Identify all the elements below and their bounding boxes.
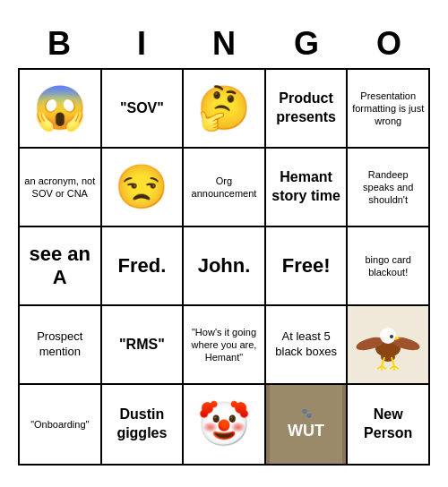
cell-r2c4: Hemant story time <box>266 149 349 227</box>
cell-r3c5: bingo card blackout! <box>348 227 430 306</box>
letter-g: G <box>265 21 348 66</box>
cell-r4c2: "RMS" <box>102 306 185 385</box>
rms-label: "RMS" <box>119 336 165 355</box>
cell-r3c3: John. <box>184 227 266 306</box>
acronym-label: an acronym, not SOV or CNA <box>23 175 97 201</box>
cell-r3c1: see an A <box>20 227 102 306</box>
presentation-label: Presentation formatting is just wrong <box>351 90 425 128</box>
cell-r5c3: 🤡 <box>184 385 266 466</box>
wut-label: WUT <box>288 421 324 441</box>
free-label: Free! <box>282 254 331 278</box>
bingo-card: B I N G O 😱 "SOV" 🤔 Product presents Pre… <box>9 13 439 474</box>
clown-icon: 🤡 <box>197 403 251 446</box>
cell-r3c4-free: Free! <box>266 227 349 306</box>
fred-label: Fred. <box>117 254 166 278</box>
thinking-face-icon: 🤔 <box>197 87 251 130</box>
cell-r1c4: Product presents <box>266 70 349 149</box>
letter-o: O <box>348 21 430 66</box>
randeep-label: Randeep speaks and shouldn't <box>351 168 425 207</box>
svg-point-5 <box>390 335 393 338</box>
letter-b: B <box>18 21 100 66</box>
hows-it-going-label: "How's it going where you are, Hemant" <box>187 326 261 364</box>
cell-r3c2: Fred. <box>102 227 185 306</box>
cell-r5c5: New Person <box>348 385 430 466</box>
cell-r1c1: 😱 <box>20 70 102 149</box>
letter-n: N <box>183 21 265 66</box>
cell-r5c1: "Onboarding" <box>20 385 102 466</box>
bingo-header: B I N G O <box>18 21 430 66</box>
cell-r4c1: Prospect mention <box>20 306 102 385</box>
cell-r1c5: Presentation formatting is just wrong <box>348 70 430 149</box>
letter-i: I <box>100 21 183 66</box>
svg-point-3 <box>380 328 396 344</box>
hemant-story-label: Hemant story time <box>270 168 343 206</box>
blackout-label: bingo card blackout! <box>351 253 425 279</box>
dustin-giggles-label: Dustin giggles <box>106 406 179 443</box>
cell-r4c4: At least 5 black boxes <box>266 306 349 385</box>
cell-r2c3: Org announcement <box>184 149 266 227</box>
onboarding-label: "Onboarding" <box>30 418 89 431</box>
cell-r2c2: 😒 <box>102 149 185 227</box>
cell-r1c3: 🤔 <box>184 70 266 149</box>
see-an-a-label: see an A <box>23 243 97 290</box>
black-boxes-label: At least 5 black boxes <box>270 329 343 360</box>
bingo-grid: 😱 "SOV" 🤔 Product presents Presentation … <box>18 68 430 466</box>
product-presents-label: Product presents <box>270 90 343 127</box>
new-person-label: New Person <box>351 406 425 443</box>
cell-r5c4: 🐾 WUT <box>266 385 349 466</box>
cell-r2c5: Randeep speaks and shouldn't <box>348 149 430 227</box>
cell-r1c2: "SOV" <box>102 70 185 149</box>
cell-r4c3: "How's it going where you are, Hemant" <box>184 306 266 385</box>
sov-label: "SOV" <box>120 99 164 118</box>
unamused-face-icon: 😒 <box>115 166 168 209</box>
scared-face-icon: 😱 <box>33 87 87 130</box>
cell-r2c1: an acronym, not SOV or CNA <box>20 149 102 227</box>
prospect-label: Prospect mention <box>23 329 97 360</box>
john-label: John. <box>198 254 251 278</box>
cell-r4c5 <box>348 306 430 385</box>
org-announcement-label: Org announcement <box>187 175 261 201</box>
cell-r5c2: Dustin giggles <box>102 385 185 466</box>
eagle-icon <box>356 312 420 377</box>
